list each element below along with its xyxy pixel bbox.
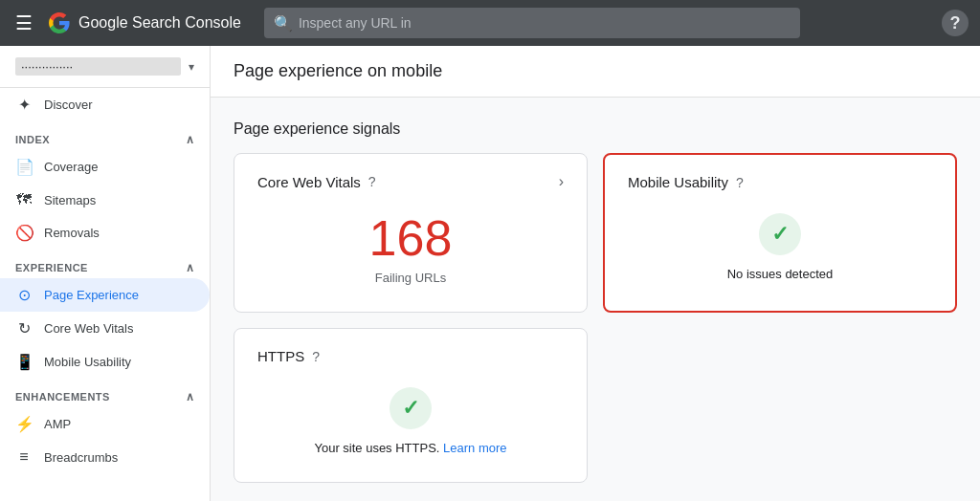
sidebar-item-mobile-usability[interactable]: 📱 Mobile Usability [0, 345, 210, 379]
https-label-prefix: Your site uses HTTPS. [314, 441, 439, 455]
sidebar-page-experience-label: Page Experience [44, 288, 139, 302]
url-search-input[interactable] [264, 8, 800, 38]
page-experience-icon: ⊙ [15, 286, 33, 304]
core-web-vitals-chevron-icon[interactable]: › [559, 173, 564, 190]
help-button[interactable]: ? [942, 10, 969, 36]
mobile-usability-check-circle: ✓ [759, 213, 801, 255]
signals-title: Page experience signals [234, 120, 957, 138]
content-header: Page experience on mobile [211, 46, 980, 98]
https-status-text: Your site uses HTTPS. Learn more [314, 441, 506, 455]
index-toggle-icon[interactable]: ∧ [186, 133, 195, 146]
sidebar-section-enhancements: Enhancements ∧ [0, 379, 210, 407]
discover-icon: ✦ [15, 96, 33, 114]
sidebar-section-experience: Experience ∧ [0, 250, 210, 278]
sidebar-item-sitemaps[interactable]: 🗺 Sitemaps [0, 184, 210, 216]
property-dropdown-icon: ▾ [189, 60, 194, 74]
https-check-circle: ✓ [390, 387, 432, 429]
url-search-bar[interactable]: 🔍 [264, 8, 800, 38]
main-layout: ··············· ▾ ✦ Discover Index ∧ 📄 C… [0, 46, 980, 501]
property-name: ··············· [15, 57, 181, 76]
sidebar-sitemaps-label: Sitemaps [44, 193, 96, 207]
signals-grid: Core Web Vitals ? › 168 Failing URLs M [234, 153, 957, 483]
sidebar-item-page-experience[interactable]: ⊙ Page Experience [0, 278, 210, 312]
experience-toggle-icon[interactable]: ∧ [186, 261, 195, 274]
content-body: Page experience signals Core Web Vitals … [211, 98, 980, 501]
mobile-usability-card-header: Mobile Usability ? [628, 174, 932, 190]
amp-icon: ⚡ [15, 415, 33, 433]
sidebar-amp-label: AMP [44, 417, 71, 431]
sitemaps-icon: 🗺 [15, 191, 33, 208]
https-card: HTTPS ? ✓ Your site uses HTTPS. Learn mo… [234, 328, 588, 483]
failing-urls-number: 168 [369, 213, 453, 263]
sidebar-coverage-label: Coverage [44, 160, 98, 174]
sidebar-removals-label: Removals [44, 226, 100, 240]
menu-icon[interactable]: ☰ [11, 8, 36, 38]
mobile-usability-icon: 📱 [15, 353, 33, 371]
sidebar: ··············· ▾ ✦ Discover Index ∧ 📄 C… [0, 46, 211, 501]
content-area: Page experience on mobile Page experienc… [211, 46, 980, 501]
mobile-usability-card-content: ✓ No issues detected [628, 206, 932, 289]
core-web-vitals-card: Core Web Vitals ? › 168 Failing URLs [234, 153, 588, 313]
sidebar-item-coverage[interactable]: 📄 Coverage [0, 150, 210, 184]
property-selector[interactable]: ··············· ▾ [0, 46, 210, 88]
mobile-usability-status: No issues detected [727, 267, 834, 281]
core-web-vitals-card-header: Core Web Vitals ? › [257, 173, 564, 190]
sidebar-item-removals[interactable]: 🚫 Removals [0, 216, 210, 250]
core-web-vitals-icon: ↻ [15, 319, 33, 338]
coverage-icon: 📄 [15, 158, 33, 176]
mobile-usability-card: Mobile Usability ? ✓ No issues detected [603, 153, 957, 313]
sidebar-breadcrumbs-label: Breadcrumbs [44, 450, 118, 465]
page-title: Page experience on mobile [234, 61, 957, 81]
https-check-icon: ✓ [402, 396, 419, 421]
https-card-header: HTTPS ? [257, 348, 564, 364]
mobile-usability-help-icon[interactable]: ? [736, 175, 744, 190]
core-web-vitals-title-wrap: Core Web Vitals ? [257, 174, 376, 190]
sidebar-discover-label: Discover [44, 98, 93, 112]
sidebar-item-breadcrumbs[interactable]: ≡ Breadcrumbs [0, 441, 210, 473]
topbar: ☰ Google Search Console 🔍 ? [0, 0, 980, 46]
sidebar-item-core-web-vitals[interactable]: ↻ Core Web Vitals [0, 312, 210, 345]
mobile-usability-card-title: Mobile Usability [628, 174, 728, 190]
sidebar-core-web-vitals-label: Core Web Vitals [44, 321, 133, 336]
core-web-vitals-card-content: 168 Failing URLs [257, 206, 564, 293]
sidebar-mobile-usability-label: Mobile Usability [44, 355, 131, 369]
failing-urls-label: Failing URLs [375, 271, 446, 285]
sidebar-item-discover[interactable]: ✦ Discover [0, 88, 210, 121]
app-name-label: Google Search Console [78, 14, 241, 32]
breadcrumbs-icon: ≡ [15, 448, 33, 466]
sidebar-section-index: Index ∧ [0, 121, 210, 150]
enhancements-toggle-icon[interactable]: ∧ [186, 390, 195, 403]
https-help-icon[interactable]: ? [312, 349, 320, 364]
google-logo-icon [48, 11, 71, 34]
core-web-vitals-help-icon[interactable]: ? [368, 174, 376, 189]
mobile-usability-title-wrap: Mobile Usability ? [628, 174, 744, 190]
sidebar-item-amp[interactable]: ⚡ AMP [0, 407, 210, 441]
https-title-wrap: HTTPS ? [257, 348, 320, 364]
removals-icon: 🚫 [15, 224, 33, 242]
core-web-vitals-card-title: Core Web Vitals [257, 174, 361, 190]
https-learn-more-link[interactable]: Learn more [443, 441, 506, 455]
mobile-usability-check-icon: ✓ [771, 222, 789, 247]
app-logo: Google Search Console [48, 11, 241, 34]
https-card-title: HTTPS [257, 348, 304, 364]
https-card-content: ✓ Your site uses HTTPS. Learn more [257, 380, 564, 463]
search-icon: 🔍 [274, 14, 293, 33]
